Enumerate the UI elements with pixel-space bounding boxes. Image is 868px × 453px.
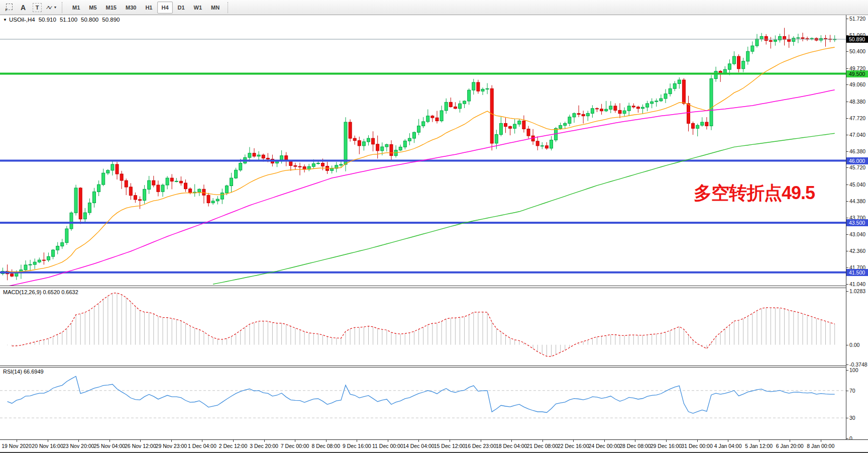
macd-histogram	[3, 293, 835, 356]
time-tick-mark	[264, 440, 265, 442]
timeframe-button-d1[interactable]: D1	[174, 2, 189, 14]
axis-tick-mark	[846, 291, 848, 292]
time-tick-label: 2 Dec 12:00	[219, 443, 248, 449]
timeframe-button-w1[interactable]: W1	[190, 2, 206, 14]
ohlc-close: 50.890	[102, 17, 120, 23]
timeframe-button-m1[interactable]: M1	[68, 2, 84, 14]
time-tick-label: 1 Dec 04:00	[188, 443, 216, 449]
price-tick-label: 48.380	[849, 99, 865, 105]
time-tick-mark	[48, 440, 48, 442]
arrows-icon: ↗↙	[46, 5, 52, 10]
price-tick-label: 41.040	[849, 281, 865, 287]
price-axis[interactable]: 51.72051.06050.40049.72049.06048.38047.7…	[846, 15, 868, 440]
symbol-period-label: USOil-,H4	[9, 17, 35, 23]
price-tick-label: 46.380	[849, 148, 865, 154]
time-tick-label: 25 Nov 04:00	[93, 443, 125, 449]
text-box-icon: T	[33, 3, 42, 12]
time-tick-mark	[357, 440, 357, 442]
time-tick-label: 21 Dec 08:00	[526, 443, 558, 449]
time-tick-label: 4 Jan 04:00	[714, 443, 742, 449]
ohlc-low: 50.800	[81, 17, 98, 23]
axis-tick-mark	[846, 19, 848, 19]
macd-chart-canvas[interactable]	[0, 288, 846, 366]
axis-tick-mark	[846, 84, 848, 85]
price-tick-label: 49.060	[849, 81, 865, 87]
trading-terminal-window: F A T ↗↙ ▼ M1 M5 M15 M30 H1 H4 D1 W1 MN …	[0, 0, 868, 453]
time-tick-label: 8 Jan 00:00	[807, 443, 834, 449]
time-tick-mark	[171, 440, 172, 442]
axis-tick-mark	[846, 68, 848, 69]
level-price-badge: 46.000	[846, 157, 868, 164]
time-tick-mark	[78, 440, 79, 442]
axis-tick-mark	[846, 151, 848, 152]
time-tick-mark	[759, 440, 759, 442]
time-axis[interactable]: 19 Nov 202020 Nov 16:0023 Nov 20:0025 No…	[0, 439, 868, 453]
axis-tick-mark	[846, 185, 848, 185]
timeframe-button-m30[interactable]: M30	[122, 2, 140, 14]
time-tick-mark	[388, 440, 388, 442]
time-tick-label: 6 Jan 20:00	[776, 443, 804, 449]
time-tick-label: 28 Dec 08:00	[619, 443, 650, 449]
dropdown-caret-icon: ▼	[53, 6, 57, 9]
axis-tick-mark	[846, 102, 848, 102]
timeframe-button-mn[interactable]: MN	[207, 2, 224, 14]
time-tick-mark	[635, 440, 635, 442]
symbol-dropdown-icon[interactable]: ▼	[3, 18, 7, 22]
time-tick-mark	[697, 440, 698, 442]
axis-tick-mark	[846, 267, 848, 268]
time-tick-mark	[326, 440, 327, 442]
horizontal-level-lines[interactable]	[0, 74, 846, 273]
current-price-badge: 50.890	[846, 36, 868, 43]
text-label-tool-button[interactable]: A	[17, 1, 30, 14]
text-label-icon: A	[21, 4, 26, 12]
rsi-panel[interactable]: RSI(14) 66.6949	[0, 368, 846, 439]
freehand-f-tool-button[interactable]: F	[3, 1, 16, 14]
axis-tick-mark	[846, 345, 848, 345]
timeframe-button-h1[interactable]: H1	[141, 2, 156, 14]
time-tick-label: 18 Dec 04:00	[496, 443, 527, 449]
price-tick-label: 42.360	[849, 248, 865, 254]
text-annotation[interactable]: 多空转折点49.5	[694, 181, 815, 206]
ohlc-high: 51.100	[60, 17, 77, 23]
time-tick-label: 5 Jan 12:00	[745, 443, 773, 449]
macd-label: MACD(12,26,9) 0.6520 0.6632	[3, 289, 78, 295]
axis-tick-mark	[846, 135, 848, 135]
rsi-label: RSI(14) 66.6949	[3, 369, 44, 375]
toolbar-separator	[62, 2, 65, 13]
time-tick-label: 14 Dec 04:00	[403, 443, 434, 449]
time-tick-label: 22 Dec 16:00	[558, 443, 589, 449]
f-tool-icon: F	[6, 4, 13, 11]
price-tick-label: 45.720	[849, 164, 865, 170]
price-tick-label: 47.720	[849, 115, 865, 121]
timeframe-button-m15[interactable]: M15	[102, 2, 121, 14]
axis-tick-mark	[846, 284, 848, 285]
time-tick-label: 16 Dec 23:00	[465, 443, 496, 449]
time-tick-mark	[604, 440, 605, 442]
price-chart-canvas[interactable]	[0, 15, 846, 286]
time-tick-label: 7 Dec 00:00	[281, 443, 309, 449]
rsi-scale-label: 100	[849, 367, 858, 373]
timeframe-button-m5[interactable]: M5	[85, 2, 100, 14]
main-chart-panel[interactable]: ▼USOil-,H450.91051.10050.80050.890 多空转折点…	[0, 15, 846, 286]
toolbar: F A T ↗↙ ▼ M1 M5 M15 M30 H1 H4 D1 W1 MN	[0, 0, 868, 15]
time-tick-label: 11 Dec 00:00	[372, 443, 403, 449]
time-tick-label: 26 Nov 12:00	[125, 443, 156, 449]
time-tick-label: 31 Dec 00:00	[681, 443, 712, 449]
rsi-scale-label: 30	[849, 415, 855, 421]
axis-tick-mark	[846, 218, 848, 218]
axis-tick-mark	[846, 51, 848, 52]
time-tick-label: 29 Nov 23:00	[156, 443, 187, 449]
time-tick-mark	[728, 440, 728, 442]
rsi-chart-canvas[interactable]	[0, 368, 846, 439]
price-tick-label: 47.040	[849, 132, 865, 138]
axis-tick-mark	[846, 370, 848, 371]
arrow-objects-tool-button[interactable]: ↗↙ ▼	[45, 1, 58, 14]
timeframe-button-h4[interactable]: H4	[157, 2, 172, 14]
axis-tick-mark	[846, 391, 848, 391]
text-box-tool-button[interactable]: T	[31, 1, 44, 14]
time-tick-mark	[140, 440, 141, 442]
time-tick-mark	[790, 440, 790, 442]
macd-panel[interactable]: MACD(12,26,9) 0.6520 0.6632	[0, 288, 846, 366]
time-tick-label: 9 Dec 16:00	[343, 443, 371, 449]
time-tick-label: 24 Dec 00:00	[589, 443, 620, 449]
